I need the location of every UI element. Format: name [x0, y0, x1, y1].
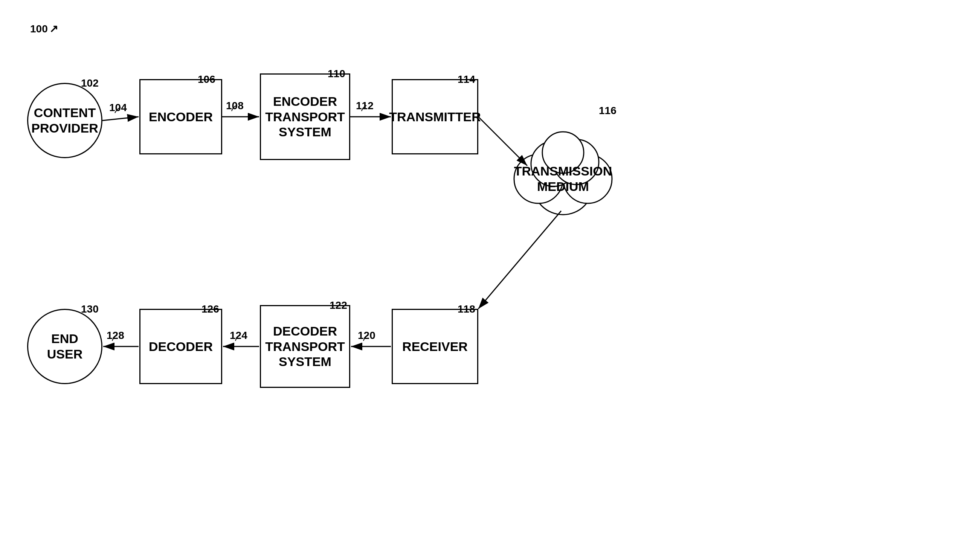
main-ref-label: 100 ↗ — [30, 23, 58, 35]
encoder-label: ENCODER — [149, 109, 213, 125]
ref-label-128: 128 — [107, 330, 124, 341]
decoder-transport-label: DECODER TRANSPORT SYSTEM — [265, 324, 345, 370]
transmission-medium-label: TRANSMISSION MEDIUM — [514, 163, 612, 194]
ref-102: 102 — [81, 77, 99, 89]
ref-122: 122 — [330, 299, 347, 312]
end-user-label: END USER — [47, 331, 82, 362]
decoder-node: DECODER — [140, 309, 222, 384]
ref-130: 130 — [81, 303, 99, 315]
ref-label-124: 124 — [230, 330, 247, 341]
encoder-transport-node: ENCODER TRANSPORT SYSTEM — [260, 74, 350, 160]
content-provider-node: CONTENT PROVIDER — [27, 83, 102, 158]
content-provider-label: CONTENT PROVIDER — [31, 105, 98, 136]
decoder-transport-node: DECODER TRANSPORT SYSTEM — [260, 305, 350, 388]
ref-116: 116 — [599, 105, 616, 117]
ref-label-112: 112 — [356, 100, 374, 112]
receiver-node: RECEIVER — [392, 309, 478, 384]
ref-label-120: 120 — [358, 330, 376, 341]
arrow-cloud-receiver — [478, 211, 561, 309]
transmitter-label: TRANSMITTER — [389, 109, 481, 125]
receiver-label: RECEIVER — [402, 339, 468, 355]
ref-114: 114 — [458, 74, 475, 85]
ref-118: 118 — [458, 303, 475, 315]
decoder-label: DECODER — [149, 339, 213, 355]
ref-label-104: 104 — [109, 102, 127, 113]
transmitter-node: TRANSMITTER — [392, 79, 478, 154]
arrow-104 — [102, 117, 139, 120]
diagram: 100 ↗ CONTENT PROVIDER 102 ENCODER 106 E… — [0, 0, 966, 560]
encoder-transport-label: ENCODER TRANSPORT SYSTEM — [265, 94, 345, 140]
ref-126: 126 — [202, 303, 219, 315]
ref-label-108: 108 — [226, 100, 244, 112]
ref-106: 106 — [198, 74, 215, 85]
encoder-node: ENCODER — [140, 79, 222, 154]
end-user-node: END USER — [27, 309, 102, 384]
ref-110: 110 — [328, 68, 345, 80]
transmission-medium-node: TRANSMISSION MEDIUM — [504, 109, 621, 218]
